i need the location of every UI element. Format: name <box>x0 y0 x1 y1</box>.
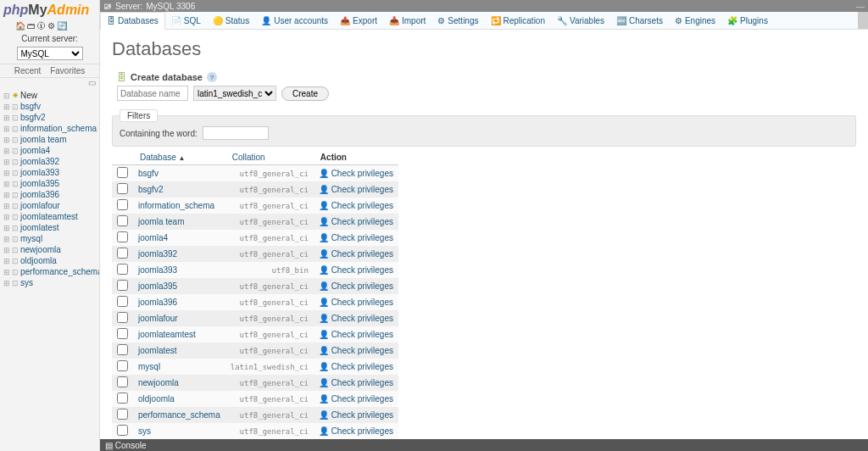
collation-select[interactable]: latin1_swedish_ci <box>193 86 276 101</box>
expand-icon[interactable]: ⊞ <box>3 224 10 232</box>
db-name-link[interactable]: bsgfv2 <box>138 185 163 194</box>
favorites-tab[interactable]: Favorites <box>50 66 85 75</box>
db-name-link[interactable]: mysql <box>138 362 160 371</box>
row-checkbox[interactable] <box>117 360 128 371</box>
recent-favorites-tabs[interactable]: Recent Favorites <box>0 64 99 78</box>
check-privileges-link[interactable]: Check privileges <box>331 201 393 210</box>
expand-icon[interactable]: ⊞ <box>3 147 10 155</box>
tab-databases[interactable]: 🗄Databases <box>100 12 165 30</box>
logo[interactable]: phpMyAdmin <box>0 0 99 19</box>
check-privileges-link[interactable]: Check privileges <box>331 217 393 226</box>
db-name-input[interactable] <box>117 86 188 101</box>
tree-item[interactable]: ⊞⊡ performance_schema <box>3 266 97 277</box>
collapse-toggle[interactable]: ▭ <box>0 78 99 87</box>
expand-icon[interactable]: ⊞ <box>3 136 10 144</box>
expand-icon[interactable]: ⊞ <box>3 213 10 221</box>
check-privileges-link[interactable]: Check privileges <box>331 233 393 242</box>
tree-item[interactable]: ⊞⊡ oldjoomla <box>3 255 97 266</box>
check-privileges-link[interactable]: Check privileges <box>331 394 393 404</box>
row-checkbox[interactable] <box>117 344 128 355</box>
check-privileges-link[interactable]: Check privileges <box>331 410 393 420</box>
check-privileges-link[interactable]: Check privileges <box>331 265 393 275</box>
col-collation[interactable]: Collation <box>225 150 314 165</box>
row-checkbox[interactable] <box>117 199 128 210</box>
row-checkbox[interactable] <box>117 393 128 404</box>
tab-status[interactable]: 🟡Status <box>207 12 255 29</box>
console-bar[interactable]: ▤ Console <box>100 439 868 451</box>
tree-item[interactable]: ⊞⊡ joomla396 <box>3 189 97 200</box>
expand-icon[interactable]: ⊞ <box>3 158 10 166</box>
row-checkbox[interactable] <box>117 296 128 307</box>
expand-icon[interactable]: ⊟ <box>3 92 10 100</box>
tab-replication[interactable]: 🔁Replication <box>485 12 551 29</box>
tree-item[interactable]: ⊞⊡ newjoomla <box>3 244 97 255</box>
tree-item[interactable]: ⊞⊡ joomla team <box>3 134 97 145</box>
topbar-close-icon[interactable]: — <box>856 2 865 11</box>
tree-item[interactable]: ⊞⊡ joomlateamtest <box>3 211 97 222</box>
db-name-link[interactable]: joomla392 <box>138 249 177 259</box>
row-checkbox[interactable] <box>117 183 128 194</box>
row-checkbox[interactable] <box>117 376 128 387</box>
tree-item[interactable]: ⊞⊡ sys <box>3 277 97 288</box>
row-checkbox[interactable] <box>117 409 128 420</box>
check-privileges-link[interactable]: Check privileges <box>331 314 393 323</box>
tree-item[interactable]: ⊞⊡ joomla393 <box>3 167 97 178</box>
tab-sql[interactable]: 📄SQL <box>165 12 207 29</box>
tree-item[interactable]: ⊞⊡ information_schema <box>3 123 97 134</box>
tab-settings[interactable]: ⚙Settings <box>431 12 484 29</box>
db-name-link[interactable]: joomla395 <box>138 281 177 291</box>
check-privileges-link[interactable]: Check privileges <box>331 330 393 339</box>
tree-item[interactable]: ⊞⊡ joomla392 <box>3 156 97 167</box>
tab-charsets[interactable]: 🔤Charsets <box>610 12 669 29</box>
row-checkbox[interactable] <box>117 312 128 323</box>
tree-item[interactable]: ⊞⊡ joomla395 <box>3 178 97 189</box>
db-name-link[interactable]: sys <box>138 426 151 436</box>
check-privileges-link[interactable]: Check privileges <box>331 426 393 436</box>
tree-item[interactable]: ⊞⊡ bsgfv <box>3 101 97 112</box>
tab-import[interactable]: 📥Import <box>383 12 431 29</box>
expand-icon[interactable]: ⊞ <box>3 202 10 210</box>
expand-icon[interactable]: ⊞ <box>3 246 10 254</box>
check-privileges-link[interactable]: Check privileges <box>331 169 393 178</box>
db-name-link[interactable]: joomlatest <box>138 346 177 355</box>
db-name-link[interactable]: oldjoomla <box>138 394 175 404</box>
expand-icon[interactable]: ⊞ <box>3 103 10 111</box>
expand-icon[interactable]: ⊞ <box>3 114 10 122</box>
expand-icon[interactable]: ⊞ <box>3 279 10 287</box>
sidebar-quick-icons[interactable]: 🏠🗃🛈⚙🔄 <box>0 19 99 32</box>
db-name-link[interactable]: newjoomla <box>138 378 179 387</box>
db-name-link[interactable]: joomlafour <box>138 314 178 323</box>
col-database[interactable]: Database ▲ <box>133 150 225 165</box>
tab-user-accounts[interactable]: 👤User accounts <box>255 12 334 29</box>
row-checkbox[interactable] <box>117 425 128 436</box>
filter-input[interactable] <box>203 126 269 140</box>
row-checkbox[interactable] <box>117 328 128 339</box>
db-name-link[interactable]: joomla393 <box>138 265 177 275</box>
db-name-link[interactable]: information_schema <box>138 201 214 210</box>
server-select[interactable]: MySQL <box>17 47 83 60</box>
check-privileges-link[interactable]: Check privileges <box>331 346 393 355</box>
row-checkbox[interactable] <box>117 280 128 291</box>
tree-item[interactable]: ⊞⊡ joomla4 <box>3 145 97 156</box>
tab-plugins[interactable]: 🧩Plugins <box>721 12 774 29</box>
expand-icon[interactable]: ⊞ <box>3 191 10 199</box>
row-checkbox[interactable] <box>117 167 128 178</box>
db-name-link[interactable]: joomla4 <box>138 233 168 242</box>
tree-item[interactable]: ⊞⊡ joomlatest <box>3 222 97 233</box>
expand-icon[interactable]: ⊞ <box>3 180 10 188</box>
row-checkbox[interactable] <box>117 264 128 275</box>
check-privileges-link[interactable]: Check privileges <box>331 185 393 194</box>
tree-item[interactable]: ⊞⊡ bsgfv2 <box>3 112 97 123</box>
expand-icon[interactable]: ⊞ <box>3 125 10 133</box>
tab-export[interactable]: 📤Export <box>334 12 383 29</box>
db-name-link[interactable]: joomla396 <box>138 298 177 307</box>
recent-tab[interactable]: Recent <box>14 66 42 75</box>
check-privileges-link[interactable]: Check privileges <box>331 378 393 387</box>
row-checkbox[interactable] <box>117 248 128 259</box>
check-privileges-link[interactable]: Check privileges <box>331 281 393 291</box>
expand-icon[interactable]: ⊞ <box>3 235 10 243</box>
tab-variables[interactable]: 🔧Variables <box>551 12 610 29</box>
row-checkbox[interactable] <box>117 231 128 242</box>
tree-item[interactable]: ⊞⊡ joomlafour <box>3 200 97 211</box>
db-name-link[interactable]: performance_schema <box>138 410 220 420</box>
